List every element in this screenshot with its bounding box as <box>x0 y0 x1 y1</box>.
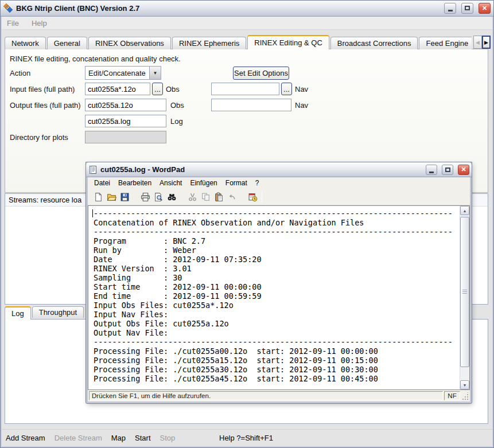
save-icon[interactable] <box>118 190 131 203</box>
scrollbar-track[interactable] <box>460 215 469 380</box>
text-cursor <box>92 209 93 217</box>
bnc-app-icon <box>3 3 13 13</box>
logfile-suffix: Log <box>170 117 183 126</box>
menu-hilfe[interactable]: ? <box>251 179 263 187</box>
find-icon[interactable] <box>165 190 178 203</box>
action-label: Action <box>10 69 30 77</box>
statusbar-indicator: NF <box>444 391 460 400</box>
scroll-up-button[interactable]: ▲ <box>460 206 469 215</box>
input-nav-suffix: Nav <box>295 85 308 94</box>
scroll-down-button[interactable]: ▼ <box>460 380 469 389</box>
wordpad-toolbar <box>88 189 470 205</box>
minimize-button[interactable] <box>444 3 456 14</box>
output-obs-field[interactable] <box>85 99 166 111</box>
output-nav-field[interactable] <box>211 99 291 111</box>
logfile-field[interactable] <box>85 115 166 127</box>
action-bar: Add Stream Delete Stream Map Start Stop … <box>0 429 494 446</box>
tab-general[interactable]: General <box>47 37 87 49</box>
action-combobox[interactable]: Edit/Concatenate ▼ <box>85 66 161 80</box>
wordpad-minimize-button[interactable] <box>426 165 437 175</box>
window-title: BKG Ntrip Client (BNC) Version 2.7 <box>16 4 439 13</box>
menu-einfuegen[interactable]: Einfügen <box>186 179 221 187</box>
tab-scroll-buttons: ◀ ▶ <box>473 36 491 49</box>
menu-format[interactable]: Format <box>221 179 251 187</box>
browse-input-obs-button[interactable]: ... <box>152 83 163 95</box>
input-obs-suffix: Obs <box>166 85 180 94</box>
input-nav-field[interactable] <box>211 83 279 95</box>
wordpad-window: cut0255a.log - WordPad ✕ Datei Bearbeite… <box>86 162 472 403</box>
tab-rinex-observations[interactable]: RINEX Observations <box>88 37 171 49</box>
chevron-left-icon: ◀ <box>476 40 480 45</box>
scrollbar-thumb[interactable] <box>460 217 469 367</box>
document-text-area[interactable]: ----------------------------------------… <box>88 206 460 389</box>
maximize-icon <box>445 167 450 172</box>
bnc-titlebar: BKG Ntrip Client (BNC) Version 2.7 ✕ <box>0 0 494 17</box>
wordpad-titlebar[interactable]: cut0255a.log - WordPad ✕ <box>86 162 472 177</box>
tab-network[interactable]: Network <box>5 37 46 49</box>
arrow-up-icon: ▲ <box>463 209 467 213</box>
cut-icon <box>186 190 199 203</box>
wordpad-menubar: Datei Bearbeiten Ansicht Einfügen Format… <box>88 177 470 189</box>
menu-help[interactable]: Help <box>32 19 47 28</box>
output-files-label: Output files (full path) <box>10 101 81 110</box>
output-nav-suffix: Nav <box>295 101 308 110</box>
print-preview-icon[interactable] <box>152 190 165 203</box>
help-button[interactable]: Help ?=Shift+F1 <box>219 434 273 442</box>
statusbar-message: Drücken Sie F1, um die Hilfe aufzurufen. <box>89 391 443 400</box>
date-time-icon[interactable] <box>246 190 259 203</box>
set-edit-options-button[interactable]: Set Edit Options <box>233 67 289 80</box>
close-icon: ✕ <box>461 166 466 173</box>
open-icon[interactable] <box>105 190 118 203</box>
menu-bearbeiten[interactable]: Bearbeiten <box>114 179 155 187</box>
paste-icon[interactable] <box>212 190 225 203</box>
menu-ansicht[interactable]: Ansicht <box>155 179 186 187</box>
tab-log[interactable]: Log <box>5 306 31 320</box>
print-icon[interactable] <box>139 190 152 203</box>
chevron-down-icon[interactable]: ▼ <box>149 67 161 79</box>
output-obs-suffix: Obs <box>170 101 184 110</box>
menu-file[interactable]: File <box>7 19 19 28</box>
action-combobox-value: Edit/Concatenate <box>85 69 149 77</box>
directory-for-plots-label: Directory for plots <box>10 133 68 142</box>
bnc-menubar: File Help <box>2 17 492 30</box>
tab-bar: Network General RINEX Observations RINEX… <box>5 35 472 49</box>
browse-input-nav-button[interactable]: ... <box>281 83 292 95</box>
minimize-icon <box>448 10 453 11</box>
close-button[interactable]: ✕ <box>479 3 491 14</box>
stop-button: Stop <box>160 434 176 442</box>
wordpad-maximize-button[interactable] <box>442 165 453 175</box>
input-obs-field[interactable] <box>85 83 150 95</box>
undo-icon <box>225 190 239 203</box>
maximize-button[interactable] <box>461 3 473 14</box>
tab-scroll-left-button[interactable]: ◀ <box>473 36 482 49</box>
bottom-tab-bar: Log Throughput <box>5 306 84 320</box>
tab-scroll-right-button[interactable]: ▶ <box>482 36 491 49</box>
scrollbar-grip-icon <box>462 290 467 294</box>
input-files-label: Input files (full path) <box>10 85 75 94</box>
copy-icon <box>199 190 212 203</box>
menu-datei[interactable]: Datei <box>90 179 114 187</box>
wordpad-document-icon <box>88 165 98 174</box>
wordpad-window-title: cut0255a.log - WordPad <box>100 165 421 174</box>
close-icon: ✕ <box>482 5 487 12</box>
add-stream-button[interactable]: Add Stream <box>6 434 45 442</box>
wordpad-document-area: ----------------------------------------… <box>88 205 470 390</box>
tab-rinex-editing-qc[interactable]: RINEX Editing & QC <box>247 35 329 49</box>
toolbar-separator <box>262 191 262 202</box>
map-button[interactable]: Map <box>111 434 126 442</box>
tab-rinex-ephemeris[interactable]: RINEX Ephemeris <box>172 37 246 49</box>
tab-throughput[interactable]: Throughput <box>32 306 84 318</box>
resize-grip-icon[interactable] <box>461 391 469 400</box>
maximize-icon <box>465 6 470 10</box>
chevron-right-icon: ▶ <box>484 40 488 45</box>
start-button[interactable]: Start <box>135 434 150 442</box>
wordpad-close-button[interactable]: ✕ <box>458 165 469 175</box>
vertical-scrollbar[interactable]: ▲ ▼ <box>460 206 469 389</box>
panel-description: RINEX file editing, concatenation and qu… <box>10 54 181 63</box>
new-document-icon[interactable] <box>92 190 105 203</box>
wordpad-statusbar: Drücken Sie F1, um die Hilfe aufzurufen.… <box>88 390 470 402</box>
tab-feed-engine[interactable]: Feed Engine <box>419 37 472 49</box>
directory-for-plots-field <box>85 131 166 143</box>
tab-broadcast-corrections[interactable]: Broadcast Corrections <box>330 37 418 49</box>
window-frame-left <box>0 17 2 448</box>
